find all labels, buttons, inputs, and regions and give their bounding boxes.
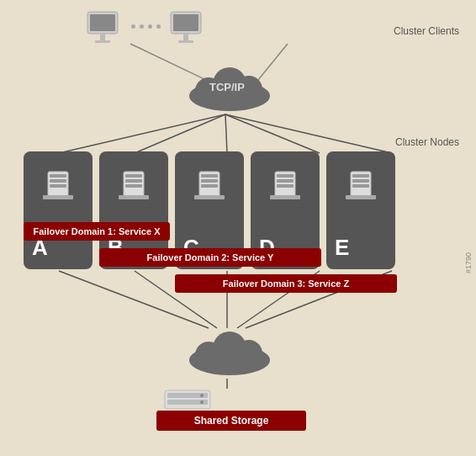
dots-separator bbox=[131, 24, 161, 29]
svg-point-57 bbox=[200, 394, 204, 397]
failover-domain-2: Failover Domain 2: Service Y bbox=[99, 248, 321, 267]
svg-rect-20 bbox=[178, 40, 193, 43]
svg-rect-33 bbox=[125, 184, 142, 188]
server-icon-c bbox=[193, 168, 226, 202]
side-label: #1790 bbox=[464, 252, 473, 273]
svg-rect-31 bbox=[125, 174, 142, 178]
server-icon-b bbox=[117, 168, 151, 202]
tcpip-label: TCP/IP bbox=[209, 81, 245, 93]
svg-rect-38 bbox=[201, 184, 218, 188]
failover-domain-3: Failover Domain 3: Service Z bbox=[175, 274, 397, 293]
cluster-clients-label: Cluster Clients bbox=[394, 25, 459, 37]
client-computer-2 bbox=[167, 10, 208, 47]
svg-line-3 bbox=[135, 114, 225, 153]
svg-rect-47 bbox=[352, 179, 369, 183]
svg-line-6 bbox=[225, 114, 392, 153]
svg-rect-28 bbox=[50, 184, 66, 188]
cluster-nodes-label: Cluster Nodes bbox=[395, 136, 459, 148]
svg-rect-44 bbox=[270, 195, 300, 199]
svg-rect-19 bbox=[183, 34, 188, 40]
svg-rect-42 bbox=[277, 179, 294, 183]
svg-rect-39 bbox=[194, 195, 225, 199]
svg-point-58 bbox=[200, 400, 204, 404]
svg-line-2 bbox=[59, 114, 225, 153]
svg-rect-18 bbox=[173, 14, 198, 31]
svg-rect-46 bbox=[352, 174, 369, 178]
node-e: E bbox=[326, 151, 395, 269]
svg-rect-16 bbox=[95, 40, 110, 43]
svg-rect-41 bbox=[277, 174, 294, 178]
svg-rect-37 bbox=[201, 179, 218, 183]
node-label-e: E bbox=[335, 235, 349, 261]
svg-rect-15 bbox=[100, 34, 105, 40]
node-a: A bbox=[24, 151, 93, 269]
server-icon-e bbox=[344, 168, 378, 202]
svg-point-53 bbox=[235, 340, 262, 367]
svg-rect-48 bbox=[352, 184, 369, 188]
server-icon-d bbox=[268, 168, 302, 202]
client-computer-1 bbox=[84, 10, 124, 47]
svg-rect-36 bbox=[201, 174, 218, 178]
clients-row bbox=[84, 10, 208, 47]
svg-line-5 bbox=[225, 114, 320, 153]
svg-line-4 bbox=[225, 114, 227, 153]
shared-storage-bar: Shared Storage bbox=[156, 411, 306, 431]
svg-rect-27 bbox=[50, 179, 66, 183]
diagram-container: Cluster Clients bbox=[0, 0, 476, 456]
svg-rect-34 bbox=[119, 195, 149, 199]
svg-rect-43 bbox=[277, 184, 294, 188]
svg-rect-26 bbox=[50, 174, 66, 178]
bottom-cloud bbox=[183, 328, 276, 379]
failover-domain-1: Failover Domain 1: Service X bbox=[24, 222, 170, 241]
server-icon-a bbox=[41, 168, 75, 202]
svg-rect-29 bbox=[43, 195, 73, 199]
svg-rect-32 bbox=[125, 179, 142, 183]
svg-rect-49 bbox=[346, 195, 376, 199]
svg-rect-14 bbox=[90, 14, 115, 31]
